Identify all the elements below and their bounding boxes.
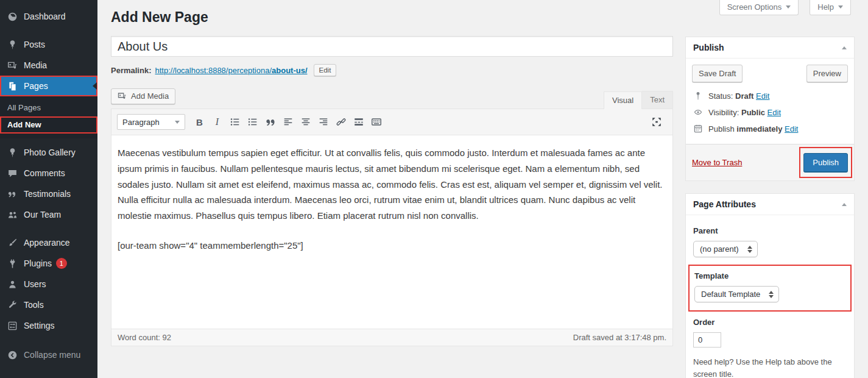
schedule-value: immediately xyxy=(736,124,782,134)
order-input[interactable] xyxy=(693,332,721,348)
publish-box-header: Publish xyxy=(686,37,854,59)
template-select[interactable]: Default Template xyxy=(694,286,779,302)
insert-link-button[interactable] xyxy=(333,115,349,129)
save-draft-button[interactable]: Save Draft xyxy=(692,65,743,82)
screen-meta-links: Screen Options Help xyxy=(719,0,851,15)
sidebar-item-label: Collapse menu xyxy=(24,350,80,360)
status-value: Draft xyxy=(735,91,753,101)
parent-select-value: (no parent) xyxy=(700,244,739,254)
submenu-item-label: Add New xyxy=(7,120,41,129)
calendar-icon xyxy=(693,124,703,134)
side-column: Publish Save Draft Preview xyxy=(685,37,855,378)
user-icon xyxy=(6,278,18,290)
page-attributes-header: Page Attributes xyxy=(686,194,854,215)
toolbar-toggle-button[interactable] xyxy=(368,115,384,129)
bullet-list-button[interactable] xyxy=(227,115,243,129)
post-title-input[interactable] xyxy=(111,36,673,57)
sidebar-item-label: Comments xyxy=(24,168,65,178)
tab-visual[interactable]: Visual xyxy=(604,91,642,109)
chevron-down-icon xyxy=(786,5,791,9)
submenu-item-add-new[interactable]: Add New xyxy=(0,116,97,134)
italic-button[interactable]: I xyxy=(209,115,225,129)
shortcode-paragraph: [our-team show="4" teammemberlength="25"… xyxy=(118,238,666,254)
schedule-row: Publish immediately Edit xyxy=(693,124,847,134)
sidebar-item-label: Appearance xyxy=(24,238,70,248)
sidebar-item-comments[interactable]: Comments xyxy=(0,163,97,184)
blockquote-icon xyxy=(265,116,276,127)
add-media-button[interactable]: Add Media xyxy=(111,88,175,104)
visibility-text: Visibility: Public Edit xyxy=(708,108,781,117)
sidebar-item-label: Tools xyxy=(24,300,44,310)
sidebar-item-label: Users xyxy=(24,279,46,289)
plugin-icon xyxy=(6,257,18,269)
numbered-list-button[interactable] xyxy=(244,115,261,129)
sidebar-item-photo-gallery[interactable]: Photo Gallery xyxy=(0,142,97,163)
align-center-button[interactable] xyxy=(297,115,314,129)
collapse-menu-button[interactable]: Collapse menu xyxy=(0,344,97,365)
appearance-icon xyxy=(6,237,18,249)
quote-icon xyxy=(6,188,18,200)
chevron-down-icon xyxy=(175,121,180,124)
sidebar-item-our-team[interactable]: Our Team xyxy=(0,204,97,225)
move-to-trash-link[interactable]: Move to Trash xyxy=(692,158,742,167)
publish-box-body: Save Draft Preview Status: Draft Edit xyxy=(686,59,854,144)
order-label: Order xyxy=(693,318,847,327)
align-right-button[interactable] xyxy=(315,115,331,129)
word-count-value: 92 xyxy=(162,333,171,342)
dashboard-icon xyxy=(6,10,18,23)
permalink-url-prefix: http://localhost:8888/perceptiona/ xyxy=(155,66,272,75)
sidebar-item-users[interactable]: Users xyxy=(0,274,97,294)
settings-icon xyxy=(6,319,18,332)
sidebar-item-label: Pages xyxy=(24,81,48,91)
sidebar-item-tools[interactable]: Tools xyxy=(0,294,97,315)
sidebar-item-posts[interactable]: Posts xyxy=(0,34,97,55)
sidebar-item-label: Plugins xyxy=(24,259,52,268)
editor-column: Add New Page Permalink: http://localhost… xyxy=(111,6,673,346)
screen-options-button[interactable]: Screen Options xyxy=(719,0,799,15)
publish-box-footer: Move to Trash Publish xyxy=(686,144,854,180)
submenu-item-all-pages[interactable]: All Pages xyxy=(0,99,97,116)
publish-box-title: Publish xyxy=(693,43,724,52)
edit-permalink-button[interactable]: Edit xyxy=(314,64,337,76)
pages-submenu: All Pages Add New xyxy=(0,96,97,138)
status-row: Status: Draft Edit xyxy=(693,91,847,101)
edit-visibility-link[interactable]: Edit xyxy=(767,108,781,117)
align-left-button[interactable] xyxy=(280,115,296,129)
permalink-link[interactable]: http://localhost:8888/perceptiona/about-… xyxy=(155,66,307,75)
media-icon xyxy=(118,91,127,101)
sidebar-item-media[interactable]: Media xyxy=(0,55,97,76)
sidebar-item-label: Testimonials xyxy=(24,189,71,199)
sidebar-item-testimonials[interactable]: Testimonials xyxy=(0,184,97,204)
submenu-item-label: All Pages xyxy=(7,103,41,112)
blockquote-button[interactable] xyxy=(262,115,278,129)
team-icon xyxy=(6,209,18,221)
publish-button[interactable]: Publish xyxy=(803,153,848,172)
help-button[interactable]: Help xyxy=(810,0,851,15)
collapse-panel-icon[interactable] xyxy=(842,203,847,206)
read-more-button[interactable] xyxy=(350,115,367,129)
sidebar-item-label: Settings xyxy=(24,321,55,330)
pages-icon xyxy=(6,80,18,92)
sidebar-item-pages[interactable]: Pages xyxy=(0,76,97,96)
screen-options-label: Screen Options xyxy=(727,2,782,12)
sidebar-item-settings[interactable]: Settings xyxy=(0,315,97,336)
pushpin-icon xyxy=(6,38,18,51)
permalink-slug: about-us/ xyxy=(272,66,308,75)
bold-button[interactable]: B xyxy=(191,115,208,129)
edit-schedule-link[interactable]: Edit xyxy=(785,124,798,134)
sidebar-item-plugins[interactable]: Plugins 1 xyxy=(0,253,97,274)
schedule-text: Publish immediately Edit xyxy=(708,124,798,134)
sidebar-item-dashboard[interactable]: Dashboard xyxy=(0,6,97,27)
tab-text[interactable]: Text xyxy=(642,91,673,109)
sidebar-item-appearance[interactable]: Appearance xyxy=(0,232,97,253)
paragraph-format-select[interactable]: Paragraph xyxy=(117,114,185,130)
editor-statusbar: Word count: 92 Draft saved at 3:17:48 pm… xyxy=(111,329,672,346)
sidebar-item-label: Media xyxy=(24,60,47,70)
fullscreen-button[interactable] xyxy=(648,115,665,129)
collapse-panel-icon[interactable] xyxy=(842,46,847,49)
parent-select[interactable]: (no parent) xyxy=(693,241,758,257)
editor-content-area[interactable]: Maecenas vestibulum tempus sapien eget e… xyxy=(111,135,672,329)
page-attributes-title: Page Attributes xyxy=(693,199,756,209)
edit-status-link[interactable]: Edit xyxy=(756,91,769,101)
preview-button[interactable]: Preview xyxy=(806,65,848,82)
